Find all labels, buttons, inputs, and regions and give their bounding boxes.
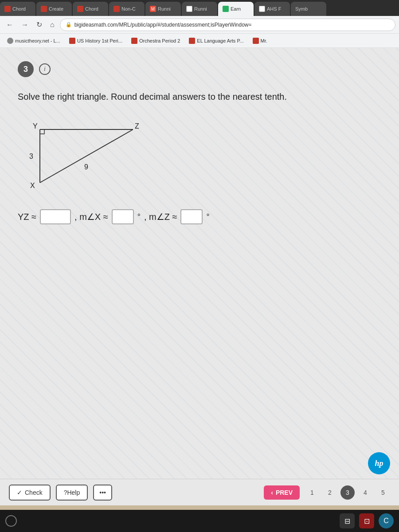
tab-bar: Chord Create Chord Non-C M Runni Runni E… (0, 0, 399, 16)
tab-label-runni-1: Runni (158, 6, 171, 12)
prev-arrow-icon: ‹ (271, 489, 273, 496)
side-xz-label: 9 (84, 163, 88, 171)
tab-icon-chord-2 (77, 6, 83, 12)
lock-icon: 🔒 (66, 22, 72, 27)
bookmark-icon-mr (253, 38, 259, 44)
bookmark-ushistory[interactable]: US History 1st Peri... (66, 37, 126, 45)
check-button[interactable]: ✓ Check (9, 485, 51, 501)
tab-runni-2[interactable]: Runni (182, 2, 217, 16)
bookmark-ellanguage[interactable]: EL Language Arts P... (185, 37, 247, 45)
page-4[interactable]: 4 (358, 485, 372, 500)
tab-label-nonc: Non-C (121, 6, 136, 12)
question-text: Solve the right triangle. Round decimal … (18, 90, 381, 103)
question-header: 3 i (18, 61, 381, 77)
bookmark-icon-ushistory (69, 38, 75, 44)
taskbar-restore-button[interactable]: ⊡ (359, 513, 374, 528)
tab-earn[interactable]: Earn (218, 2, 254, 16)
yz-label: YZ ≈ (18, 212, 36, 222)
bookmark-icon-musictheory (7, 38, 13, 44)
content-area: 3 i Solve the right triangle. Round deci… (0, 48, 399, 242)
answer-row: YZ ≈ , m∠X ≈ ° , m∠Z ≈ ° (18, 209, 381, 224)
page-3[interactable]: 3 (340, 485, 355, 500)
hp-text: hp (375, 459, 383, 468)
page-1[interactable]: 1 (305, 485, 319, 500)
vertex-x-label: X (30, 182, 35, 190)
bookmark-label-mr: Mr. (261, 38, 267, 43)
tab-label-chord-2: Chord (85, 6, 98, 12)
check-icon: ✓ (17, 489, 22, 496)
help-label: ?Help (64, 489, 80, 496)
bookmark-orchestra[interactable]: Orchestra Period 2 (128, 37, 184, 45)
forward-button[interactable]: → (19, 19, 31, 31)
tab-chord-2[interactable]: Chord (73, 2, 108, 16)
tab-label-earn: Earn (231, 6, 241, 12)
tab-label-symb: Symb (295, 6, 308, 12)
triangle-svg (27, 121, 151, 192)
page-numbers: 1 2 3 4 5 (305, 485, 390, 500)
bookmark-icon-orchestra (131, 38, 137, 44)
tab-label-ahsf: AHS F (267, 6, 281, 12)
triangle-figure: Y Z X 3 9 (27, 121, 151, 192)
bookmark-label-ushistory: US History 1st Peri... (77, 38, 122, 43)
mz-degree: ° (206, 212, 209, 222)
nav-bar: ← → ↻ ⌂ 🔒 bigideasmath.com/MRL/public/ap… (0, 16, 399, 34)
mz-input[interactable] (180, 209, 203, 224)
question-number: 3 (18, 61, 34, 77)
svg-line-2 (40, 129, 133, 183)
more-button[interactable]: ••• (93, 485, 112, 501)
back-button[interactable]: ← (4, 19, 16, 31)
vertex-z-label: Z (135, 122, 139, 130)
tab-ahsf[interactable]: AHS F (254, 2, 290, 16)
bookmark-mr[interactable]: Mr. (249, 37, 271, 45)
mx-input[interactable] (112, 209, 134, 224)
page-5[interactable]: 5 (376, 485, 390, 500)
check-label: Check (25, 489, 43, 496)
taskbar-circle[interactable] (5, 515, 17, 527)
address-text: bigideasmath.com/MRL/public/app/#/studen… (74, 22, 252, 28)
tab-chord-1[interactable]: Chord (0, 2, 35, 16)
prev-label: PREV (276, 489, 293, 496)
mx-label: , m∠X ≈ (74, 211, 108, 222)
vertex-y-label: Y (33, 122, 38, 130)
prev-button[interactable]: ‹ PREV (264, 485, 300, 500)
tab-icon-chord-1 (4, 6, 11, 12)
bookmark-bar: musictheory.net - L... US History 1st Pe… (0, 34, 399, 48)
tab-icon-ahsf (259, 6, 265, 12)
tab-icon-runni-1: M (150, 6, 156, 12)
bookmark-musictheory[interactable]: musictheory.net - L... (4, 37, 64, 45)
more-icon: ••• (99, 489, 106, 496)
tab-nonc[interactable]: Non-C (109, 2, 145, 16)
address-bar[interactable]: 🔒 bigideasmath.com/MRL/public/app/#/stud… (60, 19, 395, 31)
page-2[interactable]: 2 (323, 485, 337, 500)
tab-symb[interactable]: Symb (291, 2, 326, 16)
taskbar-profile-button[interactable]: C (379, 513, 394, 528)
taskbar: ⊟ ⊡ C (0, 510, 399, 532)
info-icon[interactable]: i (39, 63, 51, 75)
tab-icon-earn (223, 6, 229, 12)
home-button[interactable]: ⌂ (47, 19, 57, 31)
refresh-button[interactable]: ↻ (34, 19, 45, 31)
tab-label-runni-2: Runni (194, 6, 207, 12)
tab-create[interactable]: Create (36, 2, 72, 16)
mz-label: , m∠Z ≈ (144, 211, 177, 222)
tab-runni-1[interactable]: M Runni (145, 2, 181, 16)
main-content: 3 i Solve the right triangle. Round deci… (0, 48, 399, 505)
hp-logo: hp (368, 452, 390, 474)
taskbar-minimize-button[interactable]: ⊟ (340, 513, 355, 528)
side-yx-label: 3 (29, 153, 33, 160)
tab-label-chord-1: Chord (12, 6, 26, 12)
mx-degree: ° (137, 212, 141, 222)
yz-input[interactable] (40, 209, 71, 224)
bookmark-label-ellanguage: EL Language Arts P... (197, 38, 243, 43)
tab-icon-runni-2 (186, 6, 192, 12)
bookmark-label-orchestra: Orchestra Period 2 (139, 38, 180, 43)
tab-icon-create (41, 6, 47, 12)
bookmark-label-musictheory: musictheory.net - L... (15, 38, 60, 43)
bookmark-icon-ellanguage (189, 38, 195, 44)
tab-label-create: Create (49, 6, 63, 12)
bottom-toolbar: ✓ Check ?Help ••• ‹ PREV 1 2 3 4 5 (0, 479, 399, 505)
help-button[interactable]: ?Help (56, 485, 88, 501)
tab-icon-nonc (113, 6, 120, 12)
